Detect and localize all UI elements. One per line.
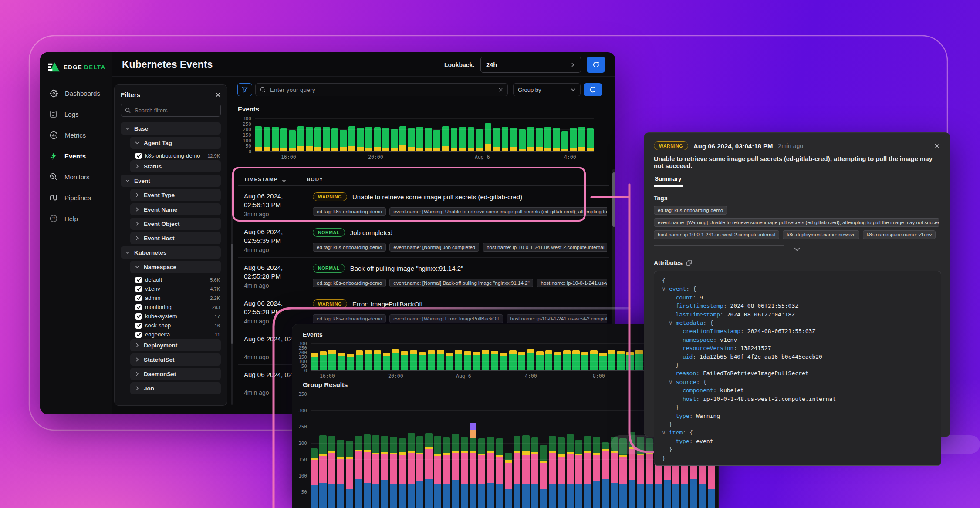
sidebar-item-logs[interactable]: Logs — [40, 104, 112, 124]
filter-group-event-host[interactable]: Event Host — [130, 232, 221, 244]
bar[interactable] — [331, 128, 338, 151]
bar[interactable] — [478, 438, 485, 508]
bar[interactable] — [468, 127, 475, 151]
filter-group-event[interactable]: Event — [121, 175, 221, 187]
tag-chip[interactable]: event.name: [Normal] Back-off pulling im… — [389, 279, 533, 287]
bar[interactable] — [337, 440, 344, 508]
bar[interactable] — [602, 442, 609, 508]
filter-value-edgedelta[interactable]: edgedelta11 — [135, 330, 221, 339]
bar[interactable] — [540, 445, 547, 508]
filter-group-namespace[interactable]: Namespace — [130, 261, 221, 273]
filter-value-kube-system[interactable]: kube-system17 — [135, 312, 221, 321]
filter-value-k8s-onboarding-demo[interactable]: k8s-onboarding-demo12.9K — [135, 151, 221, 160]
bar[interactable] — [558, 437, 564, 508]
bar[interactable] — [255, 126, 262, 151]
checkbox-checked-icon[interactable] — [135, 332, 142, 338]
tab-summary[interactable]: Summary — [654, 175, 683, 187]
bar[interactable] — [590, 350, 598, 370]
bar[interactable] — [416, 127, 423, 151]
tag-chip[interactable]: host.name: ip-10-0-1-241.us-west-2.compu… — [483, 243, 607, 252]
bar[interactable] — [549, 436, 556, 508]
filter-group-event-name[interactable]: Event Name — [130, 203, 221, 215]
tag-chip[interactable]: host.name: ip-10-0-1-241.us-west-2.compu… — [537, 279, 607, 287]
bar[interactable] — [485, 123, 492, 151]
bar[interactable] — [502, 127, 509, 151]
bar[interactable] — [611, 437, 618, 508]
filter-group-agent-tag[interactable]: Agent Tag — [130, 137, 221, 149]
checkbox-checked-icon[interactable] — [135, 295, 142, 301]
bar[interactable] — [637, 437, 644, 508]
bar[interactable] — [355, 436, 362, 508]
bar[interactable] — [584, 436, 591, 508]
filter-value-sock-shop[interactable]: sock-shop16 — [135, 321, 221, 330]
bar[interactable] — [578, 127, 585, 151]
bar[interactable] — [437, 350, 444, 370]
bar[interactable] — [425, 433, 432, 508]
filter-group-daemonset[interactable]: DaemonSet — [130, 368, 221, 380]
bar[interactable] — [297, 126, 304, 151]
bar[interactable] — [570, 128, 577, 151]
tag-chip[interactable]: ed.tag: k8s-onboarding-demo — [313, 279, 386, 287]
bar[interactable] — [561, 131, 568, 151]
bar[interactable] — [553, 128, 560, 151]
sidebar-item-metrics[interactable]: Metrics — [40, 124, 112, 145]
bar[interactable] — [372, 435, 379, 508]
bar[interactable] — [382, 128, 389, 151]
bar[interactable] — [416, 436, 423, 508]
bar[interactable] — [399, 438, 406, 508]
column-header-timestamp[interactable]: TIMESTAMP — [238, 173, 307, 185]
bar[interactable] — [328, 436, 335, 508]
bar[interactable] — [509, 350, 517, 370]
close-icon[interactable] — [934, 143, 940, 149]
bar[interactable] — [272, 127, 279, 151]
scrollbar-thumb[interactable] — [612, 172, 615, 227]
bar[interactable] — [356, 350, 363, 370]
bar[interactable] — [593, 437, 600, 508]
bar[interactable] — [514, 436, 520, 508]
sort-desc-icon[interactable] — [281, 177, 287, 182]
bar[interactable] — [496, 438, 503, 508]
checkbox-checked-icon[interactable] — [135, 313, 142, 320]
bar[interactable] — [408, 128, 415, 151]
bar[interactable] — [635, 350, 643, 370]
tag-chip[interactable]: host.name: ip-10-0-1-241.us-west-2.compu… — [507, 314, 607, 323]
bar[interactable] — [531, 437, 538, 508]
bar[interactable] — [320, 351, 327, 370]
filter-value-monitoring[interactable]: monitoring293 — [135, 303, 221, 312]
bar[interactable] — [365, 127, 372, 151]
tag-chip[interactable]: k8s.deployment.name: newsvc — [783, 230, 859, 239]
filter-group-statefulset[interactable]: StatefulSet — [130, 353, 221, 366]
bar[interactable] — [306, 127, 313, 151]
filter-group-kubernetes[interactable]: Kubernetes — [121, 246, 221, 259]
bar[interactable] — [459, 127, 466, 151]
bar[interactable] — [536, 351, 544, 370]
bar[interactable] — [572, 350, 580, 370]
tag-chip[interactable]: k8s.namespace.name: v1env — [863, 230, 936, 239]
bar[interactable] — [408, 433, 415, 508]
bar[interactable] — [619, 438, 626, 508]
bar[interactable] — [348, 126, 355, 151]
bar[interactable] — [425, 128, 432, 151]
tag-chip[interactable]: ed.tag: k8s-onboarding-demo — [313, 243, 386, 252]
bar[interactable] — [319, 435, 326, 508]
filter-group-job[interactable]: Job — [130, 382, 221, 394]
table-row[interactable]: Aug 06 2024, 02:55:28 PM4min agoNORMALBa… — [238, 258, 609, 293]
tag-chip[interactable]: host.name: ip-10-0-1-241.us-west-2.compu… — [654, 230, 779, 239]
filters-scrollbar[interactable] — [231, 178, 233, 405]
attributes-json-viewer[interactable]: {∨event: { count: 9 firstTimestamp: 2024… — [654, 271, 941, 466]
bar[interactable] — [536, 128, 543, 151]
filter-value-v1env[interactable]: v1env4.7K — [135, 284, 221, 293]
bar[interactable] — [544, 127, 551, 151]
bar[interactable] — [390, 437, 397, 508]
filter-group-base[interactable]: Base — [121, 122, 221, 135]
sidebar-item-dashboards[interactable]: Dashboards — [40, 83, 112, 104]
table-row[interactable]: Aug 06 2024, 02:55:35 PM4min agoNORMALJo… — [238, 222, 609, 258]
bar[interactable] — [522, 435, 529, 508]
expand-tags-control[interactable] — [654, 247, 940, 252]
bar[interactable] — [487, 437, 494, 508]
bar[interactable] — [357, 128, 364, 151]
bar[interactable] — [464, 351, 471, 370]
tag-chip[interactable]: event.name: [Normal] Job completed — [389, 243, 479, 252]
bar[interactable] — [493, 128, 500, 151]
filter-group-deployment[interactable]: Deployment — [130, 339, 221, 351]
